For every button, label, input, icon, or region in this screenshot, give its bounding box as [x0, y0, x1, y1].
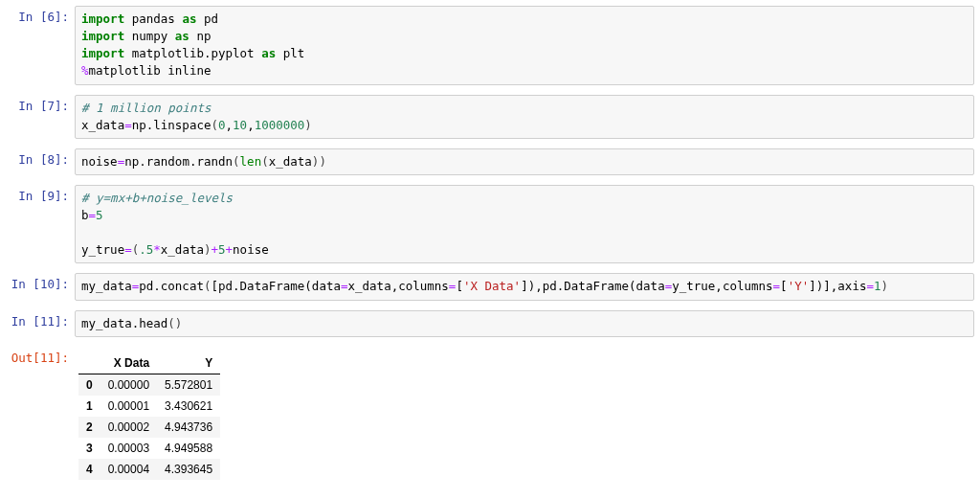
dataframe-table: X Data Y 0 0.00000 5.572801 1 0.00001 3.…: [78, 352, 220, 480]
code-input-11[interactable]: my_data.head(): [75, 310, 974, 337]
op-eq: =: [866, 279, 874, 293]
paren: ): [175, 316, 183, 330]
txt: matplotlib.pyplot: [124, 46, 261, 60]
txt: np: [189, 29, 212, 43]
txt: my_data.head: [81, 316, 167, 330]
num: 1000000: [255, 118, 305, 132]
op-eq: =: [89, 208, 97, 222]
code-input-7[interactable]: # 1 million points x_data=np.linspace(0,…: [75, 95, 974, 139]
table-row: 0 0.00000 5.572801: [78, 374, 220, 396]
keyword-import: import: [81, 11, 124, 26]
txt: ]: [521, 279, 528, 293]
txt: ,: [226, 118, 234, 132]
in-prompt-7: In [7]:: [0, 95, 75, 114]
paren: (: [211, 118, 218, 132]
str: 'Y': [788, 279, 810, 293]
cell-y: 4.393645: [157, 459, 220, 480]
code-cell-6[interactable]: In [6]: import pandas as pd import numpy…: [0, 4, 980, 87]
in-prompt-9: In [9]:: [0, 185, 75, 204]
code-input-10[interactable]: my_data=pd.concat([pd.DataFrame(data=x_d…: [75, 273, 974, 300]
row-index: 2: [78, 417, 100, 438]
op-eq: =: [341, 279, 348, 293]
txt: x_data: [161, 242, 204, 257]
txt: (data: [629, 279, 665, 293]
code-block[interactable]: my_data=pd.concat([pd.DataFrame(data=x_d…: [81, 278, 968, 295]
magic-percent: %: [81, 63, 89, 78]
txt: [: [456, 279, 463, 293]
cell-x: 0.00001: [100, 396, 157, 417]
code-cell-9[interactable]: In [9]: # y=mx+b+noise_levels b=5 y_true…: [0, 183, 980, 266]
cell-y: 5.572801: [157, 374, 220, 396]
comment: # 1 million points: [81, 101, 211, 115]
code-input-8[interactable]: noise=np.random.randn(len(x_data)): [75, 148, 974, 175]
txt: y_true: [81, 242, 124, 257]
txt: pd.DataFrame: [218, 279, 304, 293]
keyword-import: import: [81, 46, 124, 60]
output-cell-11: Out[11]: X Data Y 0 0.00000 5.572801: [0, 345, 980, 482]
cell-y: 3.430621: [157, 396, 220, 417]
op-plus: +: [212, 242, 219, 257]
txt: x_data: [81, 118, 124, 132]
code-block[interactable]: # y=mx+b+noise_levels b=5 y_true=(.5*x_d…: [81, 190, 968, 260]
table-row: 1 0.00001 3.430621: [78, 396, 220, 417]
txt: [: [780, 279, 788, 293]
code-block[interactable]: # 1 million points x_data=np.linspace(0,…: [81, 100, 968, 134]
keyword-as: as: [175, 29, 189, 43]
notebook: In [6]: import pandas as pd import numpy…: [0, 0, 980, 499]
num: .5: [139, 242, 153, 257]
txt: ,axis: [831, 279, 867, 293]
txt: pandas: [124, 11, 182, 26]
txt: my_data: [81, 279, 132, 293]
code-cell-11[interactable]: In [11]: my_data.head(): [0, 308, 980, 339]
code-cell-8[interactable]: In [8]: noise=np.random.randn(len(x_data…: [0, 147, 980, 177]
num: 5: [96, 208, 103, 222]
row-index: 0: [78, 374, 100, 396]
code-block[interactable]: my_data.head(): [81, 315, 968, 332]
in-prompt-6: In [6]:: [0, 6, 75, 25]
in-prompt-10: In [10]:: [0, 273, 75, 292]
txt: plt: [276, 46, 304, 60]
table-row: 4 0.00004 4.393645: [78, 459, 220, 480]
cell-x: 0.00004: [100, 459, 157, 480]
op-eq: =: [124, 118, 132, 132]
paren: ): [881, 279, 889, 293]
code-block[interactable]: noise=np.random.randn(len(x_data)): [81, 153, 968, 170]
row-index: 1: [78, 396, 100, 417]
code-cell-10[interactable]: In [10]: my_data=pd.concat([pd.DataFrame…: [0, 271, 980, 302]
txt: x_data: [269, 154, 312, 169]
txt: ,: [247, 118, 255, 132]
op-star: *: [153, 242, 161, 257]
in-prompt-11: In [11]:: [0, 310, 75, 329]
paren: ): [319, 154, 326, 169]
table-row: 3 0.00003 4.949588: [78, 438, 220, 459]
txt: noise: [233, 242, 269, 257]
code-input-6[interactable]: import pandas as pd import numpy as np i…: [75, 6, 974, 85]
row-index: 3: [78, 438, 100, 459]
cell-x: 0.00003: [100, 438, 157, 459]
col-index-blank: [78, 352, 100, 374]
paren: ): [204, 242, 212, 257]
txt: [: [211, 279, 218, 293]
keyword-as: as: [261, 46, 276, 60]
num: 1: [874, 279, 881, 293]
txt: b: [81, 208, 89, 222]
code-cell-7[interactable]: In [7]: # 1 million points x_data=np.lin…: [0, 93, 980, 141]
num: 0: [218, 118, 226, 132]
txt: numpy: [124, 29, 175, 43]
paren: ): [304, 118, 312, 132]
col-xdata: X Data: [100, 352, 157, 374]
txt: pd.concat: [139, 279, 204, 293]
out-prompt-11: Out[11]:: [0, 347, 75, 366]
keyword-import: import: [81, 29, 124, 43]
table-row: 2 0.00002 4.943736: [78, 417, 220, 438]
code-input-9[interactable]: # y=mx+b+noise_levels b=5 y_true=(.5*x_d…: [75, 185, 974, 264]
txt: y_true,columns: [672, 279, 772, 293]
magic-body: matplotlib inline: [89, 63, 212, 78]
builtin-len: len: [240, 154, 262, 169]
txt: np.linspace: [132, 118, 212, 132]
code-block[interactable]: import pandas as pd import numpy as np i…: [81, 11, 968, 80]
in-prompt-8: In [8]:: [0, 148, 75, 168]
paren: (: [167, 316, 175, 330]
txt: ,: [535, 279, 543, 293]
output-area-11: X Data Y 0 0.00000 5.572801 1 0.00001 3.…: [75, 347, 974, 480]
